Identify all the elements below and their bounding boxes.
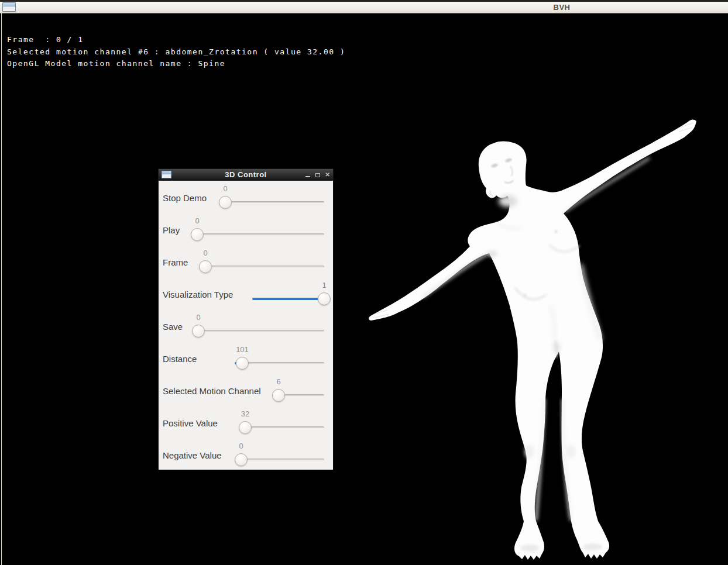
slider-track-visualization-type[interactable] bbox=[252, 298, 324, 300]
slider-value-play: 0 bbox=[184, 216, 210, 226]
slider-label-positive-value: Positive Value bbox=[163, 418, 218, 429]
main-titlebar[interactable]: BVH bbox=[0, 0, 728, 13]
slider-value-visualization-type: 1 bbox=[311, 281, 337, 290]
slider-value-stop-demo: 0 bbox=[212, 184, 238, 194]
slider-label-frame: Frame bbox=[163, 257, 188, 268]
slider-label-visualization-type: Visualization Type bbox=[163, 289, 233, 300]
slider-track-play[interactable] bbox=[192, 233, 324, 235]
slider-track-stop-demo[interactable] bbox=[220, 201, 324, 203]
slider-track-save[interactable] bbox=[194, 330, 324, 332]
maximize-button[interactable] bbox=[315, 173, 320, 177]
slider-label-negative-value: Negative Value bbox=[163, 450, 222, 461]
slider-label-play: Play bbox=[163, 225, 180, 236]
window-title: BVH bbox=[527, 3, 597, 12]
slider-handle-play[interactable] bbox=[191, 228, 204, 241]
slider-track-frame[interactable] bbox=[201, 266, 324, 267]
window-icon bbox=[2, 2, 16, 12]
hud-model-line: OpenGL Model motion channel name : Spine bbox=[7, 59, 225, 68]
slider-label-save: Save bbox=[163, 321, 183, 332]
hud-frame-line: Frame : 0 / 1 bbox=[7, 35, 84, 44]
minimize-button[interactable] bbox=[305, 176, 310, 177]
slider-track-negative-value[interactable] bbox=[236, 459, 324, 460]
opengl-viewport[interactable]: Frame : 0 / 1 Selected motion channel #6… bbox=[0, 13, 728, 565]
slider-handle-visualization-type[interactable] bbox=[318, 292, 331, 305]
slider-track-positive-value[interactable] bbox=[239, 426, 324, 428]
slider-value-frame: 0 bbox=[193, 249, 218, 258]
control-panel-window: 3D Control ✕ Stop Demo 0 Play 0 Frame 0 … bbox=[158, 168, 334, 470]
close-button[interactable]: ✕ bbox=[325, 172, 330, 178]
slider-value-save: 0 bbox=[186, 313, 211, 322]
slider-label-stop-demo: Stop Demo bbox=[163, 192, 207, 204]
slider-handle-stop-demo[interactable] bbox=[219, 196, 232, 209]
slider-value-distance: 101 bbox=[229, 345, 255, 354]
slider-value-positive-value: 32 bbox=[232, 409, 258, 419]
slider-handle-distance[interactable] bbox=[236, 357, 249, 370]
slider-value-selected-motion-channel: 6 bbox=[266, 377, 291, 387]
slider-handle-frame[interactable] bbox=[199, 260, 212, 273]
slider-handle-negative-value[interactable] bbox=[235, 453, 248, 466]
slider-handle-save[interactable] bbox=[192, 325, 205, 337]
control-panel-titlebar[interactable]: 3D Control ✕ bbox=[159, 169, 333, 181]
human-figure bbox=[351, 106, 728, 563]
slider-label-selected-motion-channel: Selected Motion Channel bbox=[163, 385, 261, 397]
slider-handle-selected-motion-channel[interactable] bbox=[272, 389, 285, 402]
hud-channel-line: Selected motion channel #6 : abdomen_Zro… bbox=[7, 47, 345, 56]
slider-label-distance: Distance bbox=[163, 353, 197, 364]
slider-handle-positive-value[interactable] bbox=[239, 421, 252, 434]
slider-value-negative-value: 0 bbox=[228, 442, 254, 451]
human-model-silhouette bbox=[369, 119, 696, 560]
